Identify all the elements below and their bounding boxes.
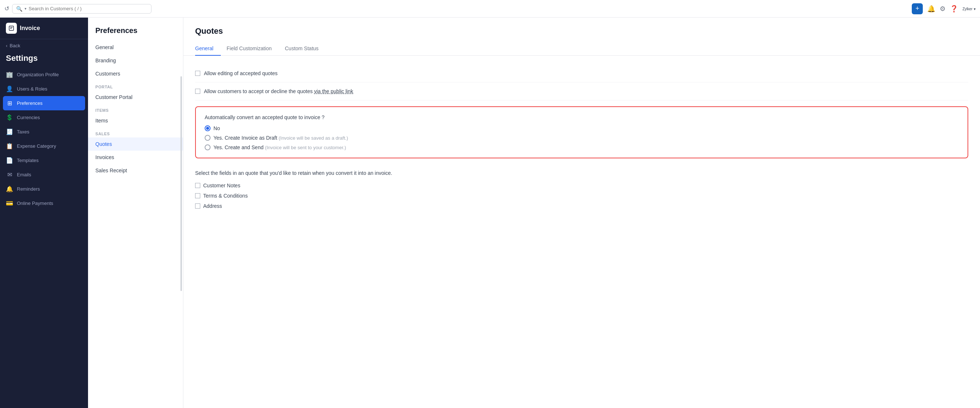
- tab-custom-status[interactable]: Custom Status: [285, 42, 326, 56]
- settings-title: Settings: [0, 52, 88, 67]
- prefs-section-sales: SALES: [88, 127, 183, 138]
- organization-icon: 🏢: [6, 71, 13, 78]
- prefs-item-branding[interactable]: Branding: [88, 54, 183, 67]
- sidebar-item-emails[interactable]: ✉ Emails: [0, 168, 88, 182]
- topbar-left: ↺ 🔍 ▾: [5, 4, 151, 14]
- terms-conditions-checkbox[interactable]: [195, 193, 200, 198]
- prefs-section-items: ITEMS: [88, 104, 183, 114]
- taxes-icon: 🧾: [6, 128, 13, 135]
- search-icon: 🔍: [16, 6, 22, 12]
- brand-name: Invoice: [20, 25, 40, 32]
- topbar-right: + 🔔 ⚙ ❓ Zylker ▾: [912, 3, 975, 14]
- add-button[interactable]: +: [912, 3, 923, 14]
- radio-no-label: No: [213, 125, 220, 131]
- setting-allow-customers: Allow customers to accept or decline the…: [195, 83, 968, 100]
- refresh-icon[interactable]: ↺: [5, 5, 9, 12]
- content-header: Quotes: [183, 17, 980, 36]
- search-input[interactable]: [29, 6, 148, 11]
- sidebar-item-expense-category[interactable]: 📋 Expense Category: [0, 139, 88, 153]
- prefs-item-general[interactable]: General: [88, 41, 183, 54]
- checkbox-customer-notes: Customer Notes: [195, 180, 968, 191]
- sidebar: Invoice ‹ Back Settings 🏢 Organization P…: [0, 17, 88, 408]
- currencies-icon: 💲: [6, 114, 13, 121]
- terms-conditions-label: Terms & Conditions: [203, 193, 248, 199]
- notification-icon[interactable]: 🔔: [927, 5, 935, 13]
- tab-general[interactable]: General: [195, 42, 221, 56]
- tab-field-customization[interactable]: Field Customization: [227, 42, 279, 56]
- sidebar-item-reminders[interactable]: 🔔 Reminders: [0, 182, 88, 196]
- reminders-icon: 🔔: [6, 186, 13, 192]
- radio-yes-draft-input[interactable]: [205, 135, 210, 141]
- public-link-text: via the public link: [314, 88, 353, 94]
- sidebar-item-preferences[interactable]: ⊞ Preferences: [3, 96, 85, 110]
- tabs-bar: General Field Customization Custom Statu…: [183, 42, 980, 56]
- convert-quote-box: Automatically convert an accepted quote …: [195, 106, 968, 158]
- allow-editing-label: Allow editing of accepted quotes: [204, 70, 278, 76]
- radio-option-no[interactable]: No: [205, 125, 959, 131]
- setting-allow-editing: Allow editing of accepted quotes: [195, 65, 968, 83]
- allow-customers-checkbox[interactable]: [195, 89, 200, 94]
- scroll-bar: [180, 76, 182, 291]
- sidebar-brand: Invoice: [0, 17, 88, 39]
- brand-icon: [6, 23, 17, 34]
- main-layout: Invoice ‹ Back Settings 🏢 Organization P…: [0, 17, 980, 408]
- radio-yes-draft-label: Yes. Create Invoice as Draft (Invoice wi…: [213, 135, 348, 141]
- sidebar-item-online-payments[interactable]: 💳 Online Payments: [0, 196, 88, 210]
- preferences-icon: ⊞: [6, 100, 13, 107]
- prefs-item-items[interactable]: Items: [88, 114, 183, 127]
- radio-yes-draft-hint: (Invoice will be saved as a draft.): [279, 135, 348, 141]
- checkbox-address: Address: [195, 201, 968, 211]
- radio-yes-send-hint: (Invoice will be sent to your customer.): [265, 145, 346, 150]
- radio-yes-send-label: Yes. Create and Send (Invoice will be se…: [213, 144, 346, 150]
- sidebar-item-currencies[interactable]: 💲 Currencies: [0, 110, 88, 125]
- prefs-item-customer-portal[interactable]: Customer Portal: [88, 90, 183, 104]
- search-dropdown-icon[interactable]: ▾: [25, 6, 26, 11]
- topbar: ↺ 🔍 ▾ + 🔔 ⚙ ❓ Zylker ▾: [0, 0, 980, 17]
- sidebar-item-users-roles[interactable]: 👤 Users & Roles: [0, 82, 88, 96]
- payments-icon: 💳: [6, 200, 13, 207]
- allow-customers-label: Allow customers to accept or decline the…: [204, 88, 353, 94]
- back-button[interactable]: ‹ Back: [0, 39, 88, 52]
- prefs-section-portal: PORTAL: [88, 80, 183, 90]
- sidebar-item-taxes[interactable]: 🧾 Taxes: [0, 125, 88, 139]
- preferences-title: Preferences: [88, 17, 183, 41]
- convert-quote-title: Automatically convert an accepted quote …: [205, 114, 959, 120]
- fields-section-title: Select the fields in an quote that you'd…: [195, 164, 968, 180]
- settings-icon[interactable]: ⚙: [940, 5, 945, 13]
- address-label: Address: [203, 203, 222, 209]
- radio-option-yes-draft[interactable]: Yes. Create Invoice as Draft (Invoice wi…: [205, 135, 959, 141]
- customer-notes-label: Customer Notes: [203, 183, 240, 189]
- expense-icon: 📋: [6, 143, 13, 149]
- content-title: Quotes: [195, 26, 968, 36]
- content-area: Quotes General Field Customization Custo…: [183, 17, 980, 408]
- allow-editing-checkbox[interactable]: [195, 71, 200, 76]
- prefs-item-sales-receipt[interactable]: Sales Receipt: [88, 164, 183, 177]
- templates-icon: 📄: [6, 157, 13, 164]
- prefs-item-customers[interactable]: Customers: [88, 67, 183, 80]
- back-chevron-icon: ‹: [6, 43, 7, 48]
- radio-option-yes-send[interactable]: Yes. Create and Send (Invoice will be se…: [205, 144, 959, 150]
- content-body: Allow editing of accepted quotes Allow c…: [183, 56, 980, 220]
- address-checkbox[interactable]: [195, 203, 200, 209]
- prefs-item-invoices[interactable]: Invoices: [88, 151, 183, 164]
- preferences-panel: Preferences General Branding Customers P…: [88, 17, 183, 408]
- radio-yes-send-input[interactable]: [205, 144, 210, 150]
- emails-icon: ✉: [6, 171, 13, 178]
- checkbox-terms-conditions: Terms & Conditions: [195, 191, 968, 201]
- help-icon[interactable]: ❓: [950, 5, 958, 13]
- sidebar-item-templates[interactable]: 📄 Templates: [0, 153, 88, 168]
- search-bar: 🔍 ▾: [12, 4, 151, 14]
- prefs-item-quotes[interactable]: Quotes: [88, 138, 183, 151]
- sidebar-item-organization-profile[interactable]: 🏢 Organization Profile: [0, 67, 88, 82]
- customer-notes-checkbox[interactable]: [195, 183, 200, 188]
- radio-no-input[interactable]: [205, 125, 210, 131]
- user-label[interactable]: Zylker ▾: [963, 6, 975, 11]
- users-icon: 👤: [6, 86, 13, 92]
